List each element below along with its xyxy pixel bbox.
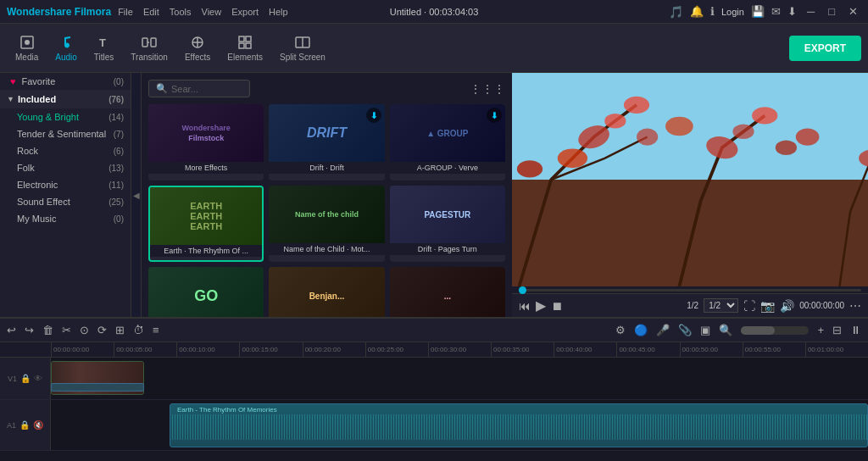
- download-icon-agroup[interactable]: ⬇: [487, 108, 502, 123]
- menu-file[interactable]: File: [118, 7, 133, 17]
- crop-button[interactable]: ⊞: [115, 324, 125, 336]
- settings-icon[interactable]: ⚙: [615, 324, 626, 336]
- audio-card-go[interactable]: GO GO...: [148, 267, 264, 317]
- delete-button[interactable]: 🗑: [42, 324, 53, 336]
- audio-card-nameofchild[interactable]: Name of the child Name of the Child · Mo…: [269, 186, 384, 262]
- email-icon[interactable]: ✉: [771, 5, 781, 18]
- grid-toggle-button[interactable]: ⋮⋮⋮: [470, 82, 505, 96]
- sidebar-item-rock[interactable]: Rock (6): [0, 142, 131, 159]
- menu-view[interactable]: View: [202, 7, 222, 17]
- menu-export[interactable]: Export: [231, 7, 259, 17]
- maximize-button[interactable]: □: [825, 5, 838, 18]
- magnet-icon[interactable]: 🔵: [634, 324, 648, 336]
- play-pause-button[interactable]: ▶: [536, 297, 546, 314]
- tool-titles[interactable]: T Titles: [86, 31, 123, 65]
- sidebar-item-tender[interactable]: Tender & Sentimental (7): [0, 125, 131, 142]
- menu-tools[interactable]: Tools: [170, 7, 192, 17]
- save-icon[interactable]: 💾: [751, 5, 765, 18]
- mic-icon[interactable]: 🎤: [656, 324, 670, 336]
- preview-svg: [512, 73, 868, 286]
- sidebar-item-favorite[interactable]: ♥ Favorite (0): [0, 73, 131, 90]
- audio-card-misc[interactable]: ... ...: [390, 267, 505, 317]
- audio-track-1: A1 🔒 🔇 Earth - The Rhythm Of Memories //…: [0, 400, 868, 451]
- ruler-mark-9: 00:00:45:00: [616, 342, 679, 357]
- audio-card-pagesturn[interactable]: PAGESTUR Drift · Pages Turn: [390, 186, 505, 262]
- notification-icon[interactable]: 🔔: [690, 5, 704, 18]
- tool-media[interactable]: Media: [7, 31, 47, 65]
- tool-splitscreen[interactable]: Split Screen: [271, 31, 334, 65]
- video-track-1-content[interactable]: [51, 358, 868, 399]
- audio-card-earth[interactable]: EARTH EARTH EARTH Earth · The Rhythm Of …: [148, 186, 264, 262]
- info-icon[interactable]: ℹ: [710, 5, 715, 18]
- tool-transition[interactable]: Transition: [122, 31, 176, 65]
- zoom-slider[interactable]: [741, 326, 809, 335]
- ruler-mark-5: 00:00:25:00: [365, 342, 428, 357]
- audio-card-benjamin[interactable]: Benjan... Benjamin...: [269, 267, 384, 317]
- rotate-button[interactable]: ⟳: [97, 324, 107, 336]
- tool-elements[interactable]: Elements: [219, 31, 271, 65]
- minimize-button[interactable]: ─: [804, 5, 818, 18]
- ruler-mark-12: 00:01:00:00: [805, 342, 868, 357]
- lock-icon[interactable]: 🔒: [20, 374, 31, 383]
- speed-button[interactable]: ⏱: [133, 324, 144, 336]
- heart-icon: ♥: [10, 76, 16, 86]
- volume-button[interactable]: 🔊: [780, 299, 794, 313]
- close-button[interactable]: ✕: [845, 5, 861, 18]
- undo-button[interactable]: ↩: [7, 324, 16, 336]
- ruler-mark-7: 00:00:35:00: [491, 342, 554, 357]
- sidebar-item-young-bright[interactable]: Young & Bright (14): [0, 108, 131, 125]
- audio-card-drift[interactable]: DRIFT ⬇ Drift · Drift: [269, 104, 384, 181]
- redo-button[interactable]: ↪: [25, 324, 34, 336]
- fullscreen-button[interactable]: ⛶: [743, 299, 755, 313]
- ruler-mark-11: 00:00:55:00: [743, 342, 805, 357]
- sidebar-item-my-music[interactable]: My Music (0): [0, 210, 131, 227]
- sidebar-item-folk[interactable]: Folk (13): [0, 159, 131, 176]
- export-button[interactable]: EXPORT: [789, 36, 861, 61]
- tool-audio[interactable]: Audio: [47, 31, 86, 65]
- timeline: ↩ ↪ 🗑 ✂ ⊙ ⟳ ⊞ ⏱ ≡ ⚙ 🔵 🎤 📎 ▣ 🔍 + ⊟ ⏸ 00:0…: [0, 317, 868, 461]
- audio-adjust-button[interactable]: ≡: [153, 324, 159, 336]
- fit-icon[interactable]: ⊟: [832, 324, 842, 336]
- mute-icon[interactable]: 🔇: [33, 420, 43, 430]
- download-icon-drift[interactable]: ⬇: [366, 108, 381, 123]
- menu-edit[interactable]: Edit: [143, 7, 159, 17]
- audio-card-agroup[interactable]: ▲ GROUP ⬇ A-GROUP · Verve: [390, 104, 505, 181]
- audio-clip-1[interactable]: Earth - The Rhythm Of Memories // Genera…: [170, 403, 868, 447]
- pause-overlay-button[interactable]: ⏸: [850, 324, 861, 336]
- left-panel: ♥ Favorite (0) ▼ Included (76) Young & B…: [0, 73, 131, 317]
- snapshot-button[interactable]: 📷: [760, 299, 775, 313]
- preview-panel: ⏮ ▶ ⏹ 1/2 1/2 1/4 Full ⛶ 📷 🔊 00:00:00:00…: [512, 73, 868, 317]
- tool-effects[interactable]: Effects: [176, 31, 219, 65]
- zoom-out-icon[interactable]: 🔍: [719, 324, 732, 336]
- ruler-mark-4: 00:00:20:00: [303, 342, 365, 357]
- frame-icon[interactable]: ▣: [700, 324, 710, 336]
- preview-resolution-select[interactable]: 1/2 1/4 Full: [704, 298, 738, 313]
- zoom-in-icon[interactable]: +: [817, 324, 824, 336]
- main-area: ♥ Favorite (0) ▼ Included (76) Young & B…: [0, 73, 868, 317]
- more-options-button[interactable]: ⋯: [849, 299, 861, 313]
- sidebar-item-sound-effect[interactable]: Sound Effect (25): [0, 193, 131, 210]
- lock-icon-2[interactable]: 🔒: [19, 420, 30, 430]
- sidebar-item-included[interactable]: ▼ Included (76): [0, 90, 131, 108]
- download-icon[interactable]: ⬇: [787, 5, 797, 18]
- blue-clip-1[interactable]: [51, 383, 144, 392]
- search-box[interactable]: 🔍 Sear...: [148, 80, 250, 97]
- stop-button[interactable]: ⏹: [551, 299, 563, 313]
- copy-button[interactable]: ⊙: [80, 324, 89, 336]
- eye-icon[interactable]: 👁: [34, 374, 42, 383]
- login-button[interactable]: Login: [721, 7, 744, 17]
- audio-track-1-content[interactable]: Earth - The Rhythm Of Memories // Genera…: [51, 400, 868, 450]
- app-logo: Wondershare Filmora: [7, 6, 111, 18]
- menu-help[interactable]: Help: [269, 7, 288, 17]
- panel-collapse-button[interactable]: ◀: [131, 73, 142, 317]
- audio-card-more-effects[interactable]: Wondershare Filmstock More Effects: [148, 104, 264, 181]
- prev-frame-button[interactable]: ⏮: [519, 299, 531, 313]
- audio-grid: Wondershare Filmstock More Effects DRIFT…: [148, 104, 505, 317]
- video-track-1: V1 🔒 👁: [0, 358, 868, 400]
- preview-seek-bar[interactable]: [512, 286, 868, 293]
- ruler-mark-8: 00:00:40:00: [554, 342, 616, 357]
- cut-button[interactable]: ✂: [62, 324, 71, 336]
- clip-icon[interactable]: 📎: [678, 324, 692, 336]
- titlebar-left: Wondershare Filmora File Edit Tools View…: [7, 6, 288, 18]
- sidebar-item-electronic[interactable]: Electronic (11): [0, 176, 131, 193]
